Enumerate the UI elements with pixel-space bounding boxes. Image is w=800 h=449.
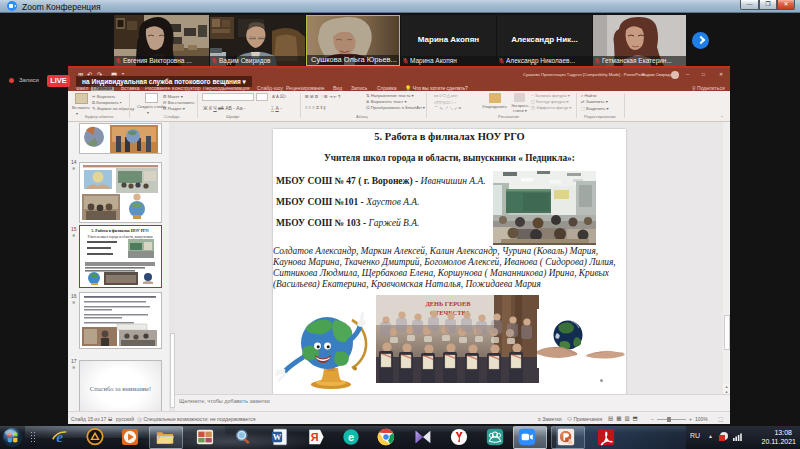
svg-text:e: e (348, 431, 354, 443)
svg-text:W: W (273, 432, 282, 442)
svg-text:Я: Я (311, 431, 319, 443)
svg-text:ДЕНЬ ГЕРОЕВ: ДЕНЬ ГЕРОЕВ (425, 300, 471, 307)
svg-text:e: e (56, 428, 63, 445)
svg-text:5. Работа в филиалах НОУ РГО: 5. Работа в филиалах НОУ РГО (91, 228, 148, 233)
